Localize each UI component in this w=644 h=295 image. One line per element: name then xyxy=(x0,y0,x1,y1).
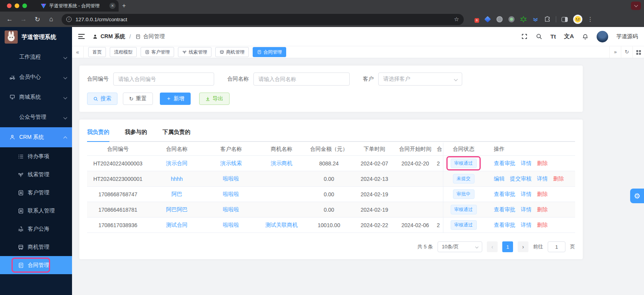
site-info-icon[interactable]: i xyxy=(66,17,72,22)
sidebar-item-customer-management[interactable]: 客户管理 xyxy=(0,184,72,202)
tab-my-responsible[interactable]: 我负责的 xyxy=(87,123,109,141)
sidebar-item-contract-management[interactable]: 合同管理 xyxy=(0,256,72,274)
contract-no-input[interactable] xyxy=(113,72,214,86)
sidebar-item-official-account[interactable]: 公众号管理 xyxy=(0,107,72,127)
back-icon[interactable]: ← xyxy=(4,13,15,25)
tab-search-button[interactable] xyxy=(631,2,641,10)
side-panel-icon[interactable] xyxy=(561,16,568,23)
detail-link[interactable]: 详情 xyxy=(521,191,532,198)
contract-name-link[interactable]: 演示合同 xyxy=(166,160,188,166)
sidebar-item-customer-pool[interactable]: 客户公海 xyxy=(0,220,72,238)
browser-tab[interactable]: 芋道管理系统 - 合同管理 × xyxy=(37,0,119,12)
address-bar[interactable]: i 127.0.0.1/crm/contract ☆ xyxy=(62,14,464,25)
view-approval-link[interactable]: 查看审批 xyxy=(494,222,515,229)
reset-button[interactable]: ↻ 重置 xyxy=(123,93,153,105)
contract-name-link[interactable]: 阿巴 xyxy=(171,191,182,197)
contract-name-link[interactable]: 测试合同 xyxy=(166,222,188,228)
view-approval-link[interactable]: 查看审批 xyxy=(494,191,515,198)
tag-home[interactable]: 首页 xyxy=(88,47,106,57)
contract-name-link[interactable]: 阿巴阿巴 xyxy=(166,206,188,212)
sidebar-item-clue-management[interactable]: 线索管理 xyxy=(0,165,72,184)
forward-icon[interactable]: → xyxy=(18,13,29,25)
minimize-window-button[interactable] xyxy=(15,3,19,8)
tag-customer-management[interactable]: 客户管理 xyxy=(141,47,174,57)
next-page-button[interactable]: › xyxy=(518,241,528,252)
extensions-puzzle-icon[interactable] xyxy=(544,16,551,23)
settings-gear-button[interactable]: ⚙ xyxy=(630,189,644,203)
tag-clue-management[interactable]: 线索管理 xyxy=(178,47,211,57)
tags-scroll-right-icon[interactable]: » xyxy=(609,46,621,58)
contract-name-link[interactable]: hhhh xyxy=(171,176,183,182)
customer-select[interactable]: 请选择客户 xyxy=(378,72,462,86)
delete-link[interactable]: 删除 xyxy=(537,160,548,167)
font-size-icon[interactable]: Tt xyxy=(550,33,556,40)
business-name-link[interactable]: 测试关联商机 xyxy=(265,222,298,228)
sidebar-item-crm-system[interactable]: CRM 系统 xyxy=(0,127,72,147)
delete-link[interactable]: 删除 xyxy=(537,222,548,229)
sidebar-item-workflow[interactable]: 工作流程 xyxy=(0,47,72,67)
edit-link[interactable]: 编辑 xyxy=(494,175,505,182)
contract-name-input[interactable] xyxy=(253,72,350,86)
tags-scroll-left-icon[interactable]: « xyxy=(72,46,84,58)
sidebar-item-todo[interactable]: 待办事项 xyxy=(0,147,72,165)
detail-link[interactable]: 详情 xyxy=(537,175,548,182)
extension-kite-icon[interactable] xyxy=(484,16,491,23)
sidebar-item-mall-system[interactable]: 商城系统 xyxy=(0,87,72,107)
extension-red-badge-icon[interactable]: 6 xyxy=(472,16,479,23)
extension-green-dot-icon[interactable] xyxy=(508,16,515,23)
sidebar-item-contact-management[interactable]: 联系人管理 xyxy=(0,202,72,220)
view-approval-link[interactable]: 查看审批 xyxy=(494,206,515,213)
browser-menu-icon[interactable]: ⋮ xyxy=(587,16,593,23)
delete-link[interactable]: 删除 xyxy=(553,175,564,182)
add-button[interactable]: ＋ 新增 xyxy=(160,93,191,105)
username[interactable]: 芋道源码 xyxy=(616,33,638,40)
reload-icon[interactable]: ↻ xyxy=(32,13,43,25)
close-window-button[interactable] xyxy=(7,3,12,8)
sidebar-item-business-management[interactable]: 商机管理 xyxy=(0,238,72,256)
tag-business-management[interactable]: 商机管理 xyxy=(215,47,249,57)
submit-approval-link[interactable]: 提交审核 xyxy=(510,175,532,182)
page-number-button[interactable]: 1 xyxy=(502,241,513,252)
collapse-menu-icon[interactable] xyxy=(78,34,85,39)
customer-name-link[interactable]: 啦啦啦 xyxy=(223,222,239,228)
tab-subordinate[interactable]: 下属负责的 xyxy=(163,123,191,141)
detail-link[interactable]: 详情 xyxy=(521,206,532,213)
delete-link[interactable]: 删除 xyxy=(537,206,548,213)
customer-name-link[interactable]: 啦啦啦 xyxy=(223,175,239,182)
translate-icon[interactable]: 文A xyxy=(564,33,574,40)
breadcrumb-root[interactable]: CRM 系统 xyxy=(101,33,125,40)
home-icon[interactable]: ⌂ xyxy=(45,13,57,25)
tab-my-participated[interactable]: 我参与的 xyxy=(125,123,147,141)
view-approval-link[interactable]: 查看审批 xyxy=(494,160,515,167)
fullscreen-icon[interactable] xyxy=(521,33,528,40)
user-avatar[interactable] xyxy=(597,31,608,42)
bell-icon[interactable] xyxy=(582,33,589,40)
refresh-page-icon[interactable]: ↻ xyxy=(621,46,632,58)
table-row: HT20240224000003 演示合同 演示线索 演示商机 8088.24 … xyxy=(87,156,575,171)
tag-contract-management[interactable]: 合同管理 xyxy=(253,47,286,57)
customer-name-link[interactable]: 啦啦啦 xyxy=(223,191,239,197)
customer-name-link[interactable]: 啦啦啦 xyxy=(223,206,239,212)
export-button[interactable]: 导出 xyxy=(199,93,230,105)
bookmark-star-icon[interactable]: ☆ xyxy=(454,16,459,23)
extension-gray-circle-icon[interactable] xyxy=(496,16,503,23)
extension-green-star-icon[interactable] xyxy=(520,16,527,23)
goto-page-input[interactable] xyxy=(548,241,565,252)
layout-grid-icon[interactable] xyxy=(632,46,644,58)
prev-page-button[interactable]: ‹ xyxy=(487,241,498,252)
customer-name-link[interactable]: 演示线索 xyxy=(220,160,242,166)
maximize-window-button[interactable] xyxy=(22,3,27,8)
new-tab-button[interactable]: + xyxy=(119,0,129,12)
detail-link[interactable]: 详情 xyxy=(521,222,532,229)
tag-process-model[interactable]: 流程模型 xyxy=(110,47,137,57)
tab-close-icon[interactable]: × xyxy=(109,3,116,9)
page-size-select[interactable]: 10条/页 xyxy=(438,241,482,252)
extension-layers-icon[interactable] xyxy=(532,16,539,23)
detail-link[interactable]: 详情 xyxy=(521,160,532,167)
business-name-link[interactable]: 演示商机 xyxy=(271,160,292,166)
sidebar-item-member-center[interactable]: 会员中心 xyxy=(0,67,72,87)
delete-link[interactable]: 删除 xyxy=(537,191,548,198)
search-icon[interactable] xyxy=(536,33,542,40)
profile-avatar[interactable] xyxy=(573,15,582,24)
search-button[interactable]: 搜索 xyxy=(87,93,117,105)
